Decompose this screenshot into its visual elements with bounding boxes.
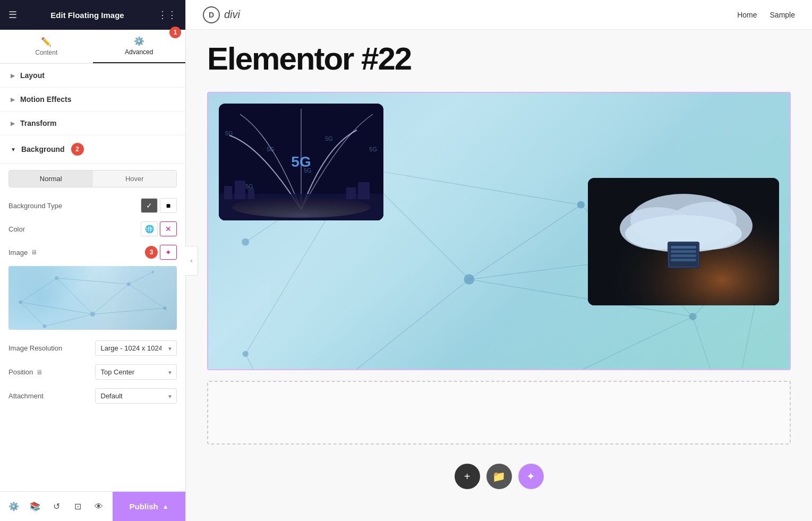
section-layout[interactable]: ▶ Layout [0,64,185,88]
sparkle-icon: ✦ [526,470,535,483]
add-section-btn[interactable]: + [455,464,480,489]
background-section: Normal Hover Background Type ✓ ■ Color [0,170,185,416]
color-picker-btn[interactable]: ✕ [160,221,177,236]
position-select[interactable]: Top Center Top Left Top Right Center Bot… [95,364,177,380]
eye-icon[interactable]: 👁 [89,497,108,516]
tab-content[interactable]: ✏️ Content [0,30,93,63]
position-monitor-icon: 🖥 [36,369,42,376]
advanced-tab-icon: ⚙️ [134,36,144,46]
content-block[interactable]: 5G 5G 5G 5G 5G 5G 5G [207,92,791,370]
svg-line-7 [93,308,165,314]
image-preview-inner [8,266,177,330]
svg-point-11 [55,276,58,280]
tab-advanced-label: Advanced [125,48,153,56]
image-controls: 3 ✦ [145,245,177,260]
sidebar-collapse-btn[interactable]: ‹ [185,246,198,276]
svg-point-15 [43,324,47,328]
image-preview[interactable] [8,266,177,330]
normal-hover-toggle: Normal Hover [8,170,177,187]
tab-advanced[interactable]: ⚙️ Advanced 1 [93,30,186,63]
responsive-icon[interactable]: ⊡ [68,497,87,516]
layout-label: Layout [20,71,45,80]
page-title-area: Elementor #22 [207,40,791,81]
image-resolution-label: Image Resolution [8,344,91,352]
folder-btn[interactable]: 📁 [486,464,512,489]
svg-line-9 [129,272,152,284]
card-5g-content: 5G [219,104,383,220]
logo: D divi [203,6,240,23]
network-lines-svg [8,266,177,330]
bg-type-paint[interactable]: ✓ [141,198,158,213]
color-global-btn[interactable]: 🌐 [141,221,158,236]
attachment-select-wrap: Default Fixed Scroll ▼ [95,388,177,404]
layers-icon[interactable]: 📚 [25,497,45,516]
monitor-icon: 🖥 [31,249,37,256]
bottom-icons: ⚙️ 📚 ↺ ⊡ 👁 [0,497,113,516]
bg-type-controls: ✓ ■ [141,198,177,213]
nav-sample[interactable]: Sample [770,11,795,19]
attachment-select[interactable]: Default Fixed Scroll [95,388,177,404]
background-type-row: Background Type ✓ ■ [8,194,177,217]
toggle-hover[interactable]: Hover [93,170,177,187]
svg-line-1 [57,278,93,314]
section-background[interactable]: ▼ Background 2 [0,135,185,164]
logo-circle: D [203,6,220,23]
dashed-block[interactable] [207,381,791,445]
image-resolution-select-wrap: Large - 1024 x 1024 Medium - 640 x 640 S… [95,340,177,356]
svg-point-33 [242,238,249,246]
attachment-row: Attachment Default Fixed Scroll ▼ [8,384,177,408]
sidebar: ☰ Edit Floating Image ⋮⋮ ✏️ Content ⚙️ A… [0,0,186,521]
transform-arrow: ▶ [11,121,15,126]
step-badge-3: 3 [145,246,158,259]
image-resolution-select[interactable]: Large - 1024 x 1024 Medium - 640 x 640 S… [95,340,177,356]
svg-line-5 [57,278,129,284]
svg-rect-61 [671,250,696,253]
svg-line-6 [45,314,93,327]
canvas-area: Elementor #22 [186,30,812,521]
motion-effects-label: Motion Effects [20,95,71,104]
5g-main-label: 5G [291,153,311,170]
toggle-normal[interactable]: Normal [9,170,93,187]
sidebar-content: ▶ Layout ▶ Motion Effects ▶ Transform ▼ … [0,64,185,491]
folder-icon: 📁 [492,470,506,483]
svg-line-3 [129,284,165,308]
svg-point-14 [163,306,167,310]
hamburger-icon[interactable]: ☰ [8,9,17,21]
settings-icon[interactable]: ⚙️ [4,497,23,516]
background-arrow: ▼ [11,147,16,152]
image-label: Image 🖥 [8,249,141,257]
card-5g: 5G 5G 5G 5G 5G 5G 5G [219,104,383,220]
position-select-wrap: Top Center Top Left Top Right Center Bot… [95,364,177,380]
content-block-inner: 5G 5G 5G 5G 5G 5G 5G [208,93,790,369]
position-row: Position 🖥 Top Center Top Left Top Right… [8,360,177,384]
svg-point-36 [577,201,585,209]
nav-links: Home Sample [737,11,795,19]
sparkle-btn[interactable]: ✦ [518,464,544,489]
image-row: Image 🖥 3 ✦ [8,241,177,264]
history-icon[interactable]: ↺ [47,497,66,516]
content-tab-icon: ✏️ [41,37,52,47]
section-transform[interactable]: ▶ Transform [0,112,185,135]
color-row: Color 🌐 ✕ [8,217,177,241]
sidebar-header: ☰ Edit Floating Image ⋮⋮ [0,0,185,30]
card-cloud [588,178,779,305]
svg-point-16 [151,271,154,274]
nav-home[interactable]: Home [737,11,757,19]
grid-icon[interactable]: ⋮⋮ [158,9,177,21]
sidebar-title: Edit Floating Image [50,11,124,20]
svg-point-10 [19,301,22,304]
color-label: Color [8,225,136,233]
color-controls: 🌐 ✕ [141,221,177,236]
image-expand-btn[interactable]: ✦ [160,245,177,260]
main-content: D divi Home Sample Elementor #22 [186,0,812,521]
step-badge-1: 1 [169,27,181,38]
bg-type-square[interactable]: ■ [160,198,177,213]
publish-button[interactable]: Publish ▲ [113,492,185,521]
background-label: Background [21,145,65,153]
section-motion-effects[interactable]: ▶ Motion Effects [0,88,185,112]
svg-point-35 [464,274,475,285]
step-badge-2: 2 [71,143,84,156]
position-label: Position 🖥 [8,368,91,376]
svg-point-37 [689,313,696,320]
svg-point-12 [90,312,95,317]
